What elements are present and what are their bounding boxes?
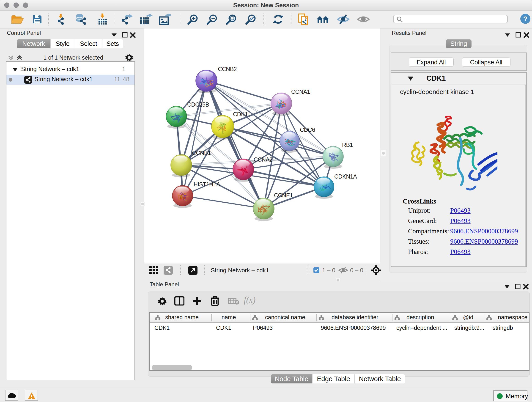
svg-text:CDK1: CDK1 bbox=[233, 111, 248, 117]
svg-text:CCNB1: CCNB1 bbox=[192, 150, 211, 156]
svg-text:CCNE1: CCNE1 bbox=[274, 192, 293, 198]
svg-text:RB1: RB1 bbox=[342, 142, 353, 148]
svg-text:CCNB2: CCNB2 bbox=[218, 66, 237, 72]
svg-text:CCNA2: CCNA2 bbox=[254, 156, 272, 163]
svg-text:CDC6: CDC6 bbox=[300, 127, 315, 133]
svg-text:HIST1H1A: HIST1H1A bbox=[194, 181, 220, 187]
svg-text:CCNA1: CCNA1 bbox=[291, 89, 310, 95]
svg-text:CDKN1A: CDKN1A bbox=[334, 173, 357, 180]
svg-text:CDC25B: CDC25B bbox=[187, 101, 209, 108]
